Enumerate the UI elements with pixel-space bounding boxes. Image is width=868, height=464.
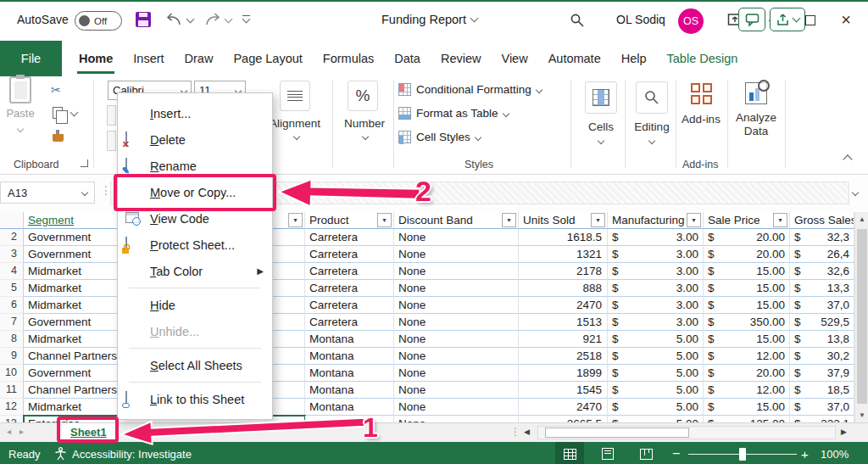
cell-product[interactable]: Carretera: [305, 297, 394, 314]
alignment-dropdown-icon[interactable]: [293, 133, 300, 140]
redo-button[interactable]: [204, 13, 231, 27]
addins-button[interactable]: Add-ins: [678, 80, 724, 165]
cell-manufacturing[interactable]: $5.00: [608, 348, 704, 365]
cell-manufacturing[interactable]: $5.00: [608, 416, 704, 422]
cell-product[interactable]: Carretera: [305, 263, 394, 280]
conditional-formatting-button[interactable]: Conditional Formatting: [398, 83, 542, 96]
analyze-data-button[interactable]: Analyze Data: [731, 80, 782, 165]
tab-formulas[interactable]: Formulas: [313, 41, 384, 76]
cell-sale_price[interactable]: $15.00: [704, 297, 790, 314]
cell-manufacturing[interactable]: $3.00: [608, 314, 704, 331]
page-break-view-button[interactable]: [632, 442, 660, 464]
cell-product[interactable]: Montana: [305, 365, 394, 382]
column-header-discount-band[interactable]: Discount Band▼: [394, 212, 519, 229]
row-number[interactable]: 2: [0, 229, 24, 246]
row-number[interactable]: 8: [0, 331, 24, 348]
normal-view-button[interactable]: [555, 442, 584, 464]
cell-units_sold[interactable]: 2470: [519, 399, 608, 416]
scroll-right-icon[interactable]: ▶: [841, 428, 847, 436]
cell-sale_price[interactable]: $12.00: [704, 382, 790, 399]
cell-manufacturing[interactable]: $3.00: [608, 246, 704, 263]
tab-review[interactable]: Review: [431, 41, 492, 76]
row-number[interactable]: 9: [0, 348, 24, 365]
tab-page-layout[interactable]: Page Layout: [223, 41, 312, 76]
row-number[interactable]: 11: [0, 382, 24, 399]
cell-gross_sales[interactable]: $13,8: [790, 331, 854, 348]
cell-sale_price[interactable]: $20.00: [704, 229, 790, 246]
cell-sale_price[interactable]: $20.00: [704, 246, 790, 263]
sheet-nav-arrows[interactable]: ◂▸: [7, 427, 32, 436]
cell-styles-button[interactable]: Cell Styles: [398, 131, 481, 143]
cell-discount_band[interactable]: None: [394, 297, 519, 314]
cell-gross_sales[interactable]: $529,5: [790, 314, 854, 331]
vertical-scrollbar[interactable]: ▲ ▼: [854, 212, 868, 422]
column-header-sale-price[interactable]: Sale Price▼: [704, 212, 790, 229]
cell-product[interactable]: Carretera: [305, 246, 394, 263]
cell-gross_sales[interactable]: $18,5: [790, 382, 854, 399]
tab-insert[interactable]: Insert: [123, 41, 174, 76]
percent-style-button[interactable]: %: [348, 81, 378, 111]
scrollbar-resize-handle-icon[interactable]: ⋮: [510, 426, 520, 438]
cell-sale_price[interactable]: $15.00: [704, 263, 790, 280]
cell-product[interactable]: Montana: [305, 382, 394, 399]
cell-product[interactable]: Carretera: [305, 280, 394, 297]
cell-product[interactable]: Montana: [305, 331, 394, 348]
cell-discount_band[interactable]: None: [394, 246, 519, 263]
cell-units_sold[interactable]: 1899: [519, 365, 608, 382]
column-header-manufacturing[interactable]: Manufacturing▼: [608, 212, 704, 229]
cell-manufacturing[interactable]: $3.00: [608, 280, 704, 297]
cell-manufacturing[interactable]: $5.00: [608, 399, 704, 416]
tab-table-design[interactable]: Table Design: [657, 41, 748, 76]
scroll-up-icon[interactable]: ▲: [855, 212, 868, 226]
autosave-toggle[interactable]: Off: [75, 11, 122, 31]
format-painter-button[interactable]: [53, 134, 64, 142]
justify-button[interactable]: [280, 81, 310, 111]
row-number[interactable]: 12: [0, 399, 24, 416]
cell-units_sold[interactable]: 2518: [519, 348, 608, 365]
row-number[interactable]: 7: [0, 314, 24, 331]
cells-button[interactable]: Cells: [578, 80, 624, 165]
share-button[interactable]: [770, 8, 805, 31]
cell-units_sold[interactable]: 1321: [519, 246, 608, 263]
filter-dropdown-icon[interactable]: ▼: [591, 213, 605, 227]
cell-manufacturing[interactable]: $5.00: [608, 382, 704, 399]
tab-home[interactable]: Home: [69, 41, 123, 76]
cell-manufacturing[interactable]: $3.00: [608, 297, 704, 314]
cell-product[interactable]: Montana: [305, 348, 394, 365]
cell-gross_sales[interactable]: $32,6: [790, 263, 854, 280]
menu-item-unhide[interactable]: Unhide...: [118, 318, 272, 344]
cell-discount_band[interactable]: None: [394, 229, 519, 246]
format-as-table-button[interactable]: Format as Table: [398, 107, 509, 120]
cell-manufacturing[interactable]: $3.00: [608, 229, 704, 246]
row-number[interactable]: 6: [0, 297, 24, 314]
filter-dropdown-icon[interactable]: ▼: [773, 213, 787, 227]
cell-gross_sales[interactable]: $13,3: [790, 280, 854, 297]
cell-product[interactable]: Carretera: [305, 314, 394, 331]
cell-sale_price[interactable]: $15.00: [704, 331, 790, 348]
cell-manufacturing[interactable]: $5.00: [608, 331, 704, 348]
close-button[interactable]: ×: [837, 8, 855, 31]
cell-discount_band[interactable]: None: [394, 314, 519, 331]
horizontal-scrollbar[interactable]: ⋮ ◀ ▶: [509, 425, 851, 440]
cell-discount_band[interactable]: None: [394, 416, 519, 422]
cell-gross_sales[interactable]: $333,1: [790, 416, 854, 422]
cell-manufacturing[interactable]: $5.00: [608, 365, 704, 382]
comments-button[interactable]: [738, 8, 765, 31]
cell-gross_sales[interactable]: $30,2: [790, 348, 854, 365]
cell-units_sold[interactable]: 2178: [519, 263, 608, 280]
cell-units_sold[interactable]: 2470: [519, 297, 608, 314]
cell-units_sold[interactable]: 921: [519, 331, 608, 348]
cell-gross_sales[interactable]: $37,0: [790, 399, 854, 416]
cell-gross_sales[interactable]: $32,3: [790, 229, 854, 246]
cell-discount_band[interactable]: None: [394, 399, 519, 416]
column-header-units-sold[interactable]: Units Sold▼: [519, 212, 608, 229]
horizontal-scroll-track[interactable]: [537, 426, 836, 439]
document-title[interactable]: Funding Report: [381, 13, 477, 26]
quick-access-overflow-button[interactable]: [242, 15, 250, 22]
filter-dropdown-icon[interactable]: ▼: [687, 213, 701, 227]
row-number[interactable]: 3: [0, 246, 24, 263]
cell-sale_price[interactable]: $125.00: [704, 416, 790, 422]
save-button[interactable]: [136, 12, 151, 27]
cell-units_sold[interactable]: 888: [519, 280, 608, 297]
cell-units_sold[interactable]: 1545: [519, 382, 608, 399]
